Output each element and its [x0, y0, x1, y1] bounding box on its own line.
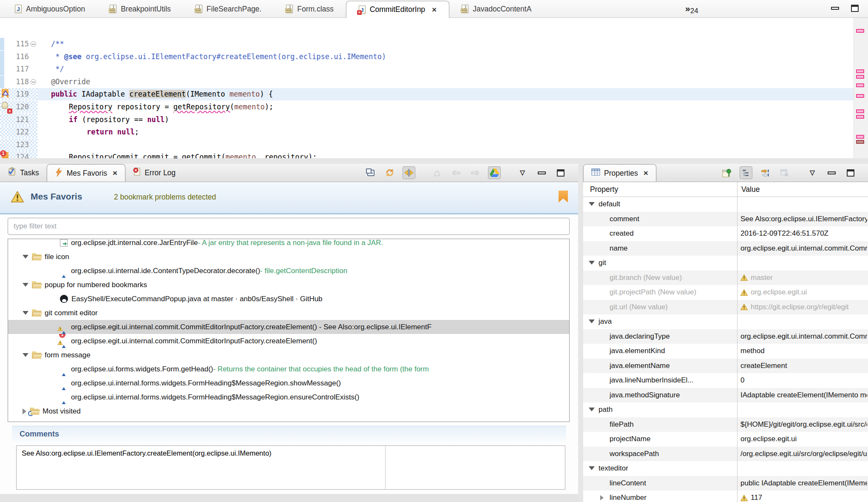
twistie-icon[interactable]: [589, 202, 595, 206]
property-row-java.linenumberinsideel...[interactable]: java.lineNumberInsideEl...0: [583, 373, 868, 388]
code-line-115[interactable]: 115/**: [0, 38, 868, 50]
property-row-workspacepath[interactable]: workspacePath/org.eclipse.egit.ui/src/or…: [583, 447, 868, 462]
view-menu-icon[interactable]: ▽: [806, 166, 819, 179]
property-value[interactable]: createElement: [740, 362, 867, 370]
twistie-icon[interactable]: [23, 408, 26, 414]
twistie-icon[interactable]: [23, 283, 28, 287]
property-category-texteditor[interactable]: texteditor: [583, 461, 868, 476]
code-line-119[interactable]: 119public IAdaptable createElement(IMeme…: [0, 88, 868, 100]
code-line-117[interactable]: 117 */: [0, 63, 868, 75]
google-drive-icon[interactable]: [488, 166, 501, 179]
twistie-icon[interactable]: [589, 408, 595, 411]
tab-mes-favoris[interactable]: Mes Favoris ×: [47, 164, 125, 182]
favorites-problems-message[interactable]: 2 bookmark problems detected: [114, 193, 216, 202]
link-with-editor-icon[interactable]: [403, 166, 415, 179]
tree-folder-form[interactable]: form message: [8, 348, 569, 362]
minimize-icon[interactable]: [831, 7, 839, 10]
code-editor[interactable]: 115/**116 * @see org.eclipse.ui.IElement…: [0, 18, 868, 158]
property-value[interactable]: See Also:org.eclipse.ui.IElementFactory.…: [740, 215, 867, 223]
comment-text[interactable]: See Also:org.eclipse.ui.IElementFactory.…: [22, 449, 378, 457]
property-row-linenumber[interactable]: lineNumber117: [583, 491, 868, 502]
property-value[interactable]: org.eclipse.egit.ui: [740, 435, 867, 443]
code-line-122[interactable]: 122return null;: [0, 126, 868, 138]
property-value[interactable]: /org.eclipse.egit.ui/src/org/eclipse/egi…: [740, 450, 867, 458]
property-row-filepath[interactable]: filePath${HOME}/git/egit/org.eclipse.egi…: [583, 417, 868, 432]
fold-collapse-icon[interactable]: [31, 79, 36, 85]
editor-tab-ambiguousoption[interactable]: JAmbiguousOption: [3, 0, 97, 18]
view-menu-icon[interactable]: ▽: [516, 166, 529, 179]
editor-tab-breakpointutils[interactable]: J010BreakpointUtils: [97, 0, 183, 18]
home-icon[interactable]: ⌂: [431, 166, 443, 179]
collapse-all-icon[interactable]: [364, 166, 377, 179]
close-icon[interactable]: ×: [644, 168, 648, 178]
editor-tab-form.class[interactable]: J010Form.class: [274, 0, 346, 18]
property-value[interactable]: IAdaptable createElement(IMemento mement…: [740, 391, 867, 399]
close-icon[interactable]: ×: [113, 168, 117, 178]
overview-ruler[interactable]: [854, 18, 868, 158]
twistie-icon[interactable]: [23, 255, 28, 259]
forward-icon[interactable]: ⇨: [469, 166, 482, 179]
code-line-116[interactable]: 116 * @see org.eclipse.ui.IElementFactor…: [0, 51, 868, 63]
tree-item-org.eclipse.ui.internal.[interactable]: org.eclipse.ui.internal.ide.ContentTypeD…: [8, 264, 569, 278]
tree-folder-git[interactable]: git commit editor: [8, 306, 569, 320]
annotation-marker[interactable]: [856, 69, 864, 73]
twistie-icon[interactable]: [589, 319, 595, 323]
editor-tab-javadoccontenta[interactable]: J010JavadocContentA: [449, 0, 544, 18]
tab-error-log[interactable]: Error Log: [125, 164, 183, 182]
restore-default-icon[interactable]: [778, 166, 791, 179]
bookmark-warning-marker[interactable]: [2, 89, 11, 100]
property-category-git[interactable]: git: [583, 256, 868, 271]
annotation-marker[interactable]: [856, 94, 864, 98]
tree-item-org.eclipse.ui.internal.[interactable]: org.eclipse.ui.internal.forms.widgets.Fo…: [8, 376, 569, 390]
code-line-118[interactable]: 118@Override: [0, 76, 868, 88]
tree-item-org.eclipse.ui.forms.wid[interactable]: org.eclipse.ui.forms.widgets.Form.getHea…: [8, 362, 569, 376]
maximize-icon[interactable]: [851, 5, 859, 12]
maximize-icon[interactable]: [844, 166, 857, 179]
tree-item-org.eclipse.egit.ui.inte[interactable]: org.eclipse.egit.ui.internal.commit.Comm…: [8, 320, 569, 334]
tree-item-org.eclipse.egit.ui.inte[interactable]: 1org.eclipse.egit.ui.internal.commit.Com…: [8, 334, 569, 348]
tree-mode-icon[interactable]: [740, 166, 752, 179]
annotation-marker[interactable]: [856, 75, 864, 79]
property-row-git.projectpathnewvalue[interactable]: git.projectPath (New value)org.eclipse.e…: [583, 285, 868, 300]
property-value[interactable]: master: [740, 274, 867, 282]
code-line-120[interactable]: x120Repository repository = getRepositor…: [0, 101, 868, 113]
property-category-path[interactable]: path: [583, 402, 868, 417]
property-row-java.declaringtype[interactable]: java.declaringTypeorg.eclipse.egit.ui.in…: [583, 329, 868, 344]
filter-input[interactable]: [8, 218, 570, 235]
property-value[interactable]: https://git.eclipse.org/r/egit/egit: [740, 303, 867, 311]
tree-item-org.eclipse.ui.internal.[interactable]: org.eclipse.ui.internal.forms.widgets.Fo…: [8, 390, 569, 404]
editor-tab-filesearchpage.[interactable]: J010FileSearchPage.: [183, 0, 274, 18]
numbered-bookmark-marker[interactable]: 1: [2, 152, 11, 158]
property-value[interactable]: 117: [740, 493, 867, 502]
property-row-comment[interactable]: commentSee Also:org.eclipse.ui.IElementF…: [583, 212, 868, 227]
editor-tab-commiteditorinp[interactable]: J×CommitEditorInp×: [346, 1, 449, 18]
annotation-marker[interactable]: [856, 140, 864, 144]
horizontal-sash[interactable]: [0, 158, 868, 164]
property-value[interactable]: 2016-12-09T22:46:51.570Z: [740, 229, 867, 238]
property-value[interactable]: org.eclipse.egit.ui: [740, 288, 867, 297]
minimize-icon[interactable]: [535, 166, 548, 179]
fold-collapse-icon[interactable]: [31, 41, 36, 47]
annotation-marker[interactable]: [856, 29, 864, 33]
show-advanced-icon[interactable]: [759, 166, 772, 179]
property-row-git.branchnewvalue[interactable]: git.branch (New value)master: [583, 271, 868, 285]
properties-column-divider[interactable]: [737, 182, 738, 502]
maximize-icon[interactable]: [554, 166, 567, 179]
property-row-projectname[interactable]: projectNameorg.eclipse.egit.ui: [583, 432, 868, 447]
property-value[interactable]: org.eclipse.egit.ui.internal.commit.Comm…: [740, 244, 867, 253]
close-icon[interactable]: ×: [432, 5, 437, 14]
property-row-git.urlnewvalue[interactable]: git.url (New value)https://git.eclipse.o…: [583, 300, 868, 315]
editor-overflow-chevron[interactable]: »24: [685, 3, 698, 14]
twistie-icon[interactable]: [23, 311, 28, 315]
tree-folder-file[interactable]: file icon: [8, 250, 569, 264]
refresh-icon[interactable]: [383, 166, 396, 179]
property-row-name[interactable]: nameorg.eclipse.egit.ui.internal.commit.…: [583, 241, 868, 256]
annotation-marker[interactable]: [856, 83, 864, 87]
bookmarks-tree[interactable]: org.eclipse.jdt.internal.core.JarEntryFi…: [8, 239, 570, 422]
code-line-121[interactable]: 121if (repository == null): [0, 114, 868, 126]
property-value[interactable]: public IAdaptable createElement(IMemento…: [740, 479, 867, 488]
property-value[interactable]: 0: [740, 376, 867, 385]
vertical-sash[interactable]: [578, 164, 583, 502]
twistie-icon[interactable]: [23, 353, 28, 357]
bookmark-icon[interactable]: [559, 191, 568, 203]
